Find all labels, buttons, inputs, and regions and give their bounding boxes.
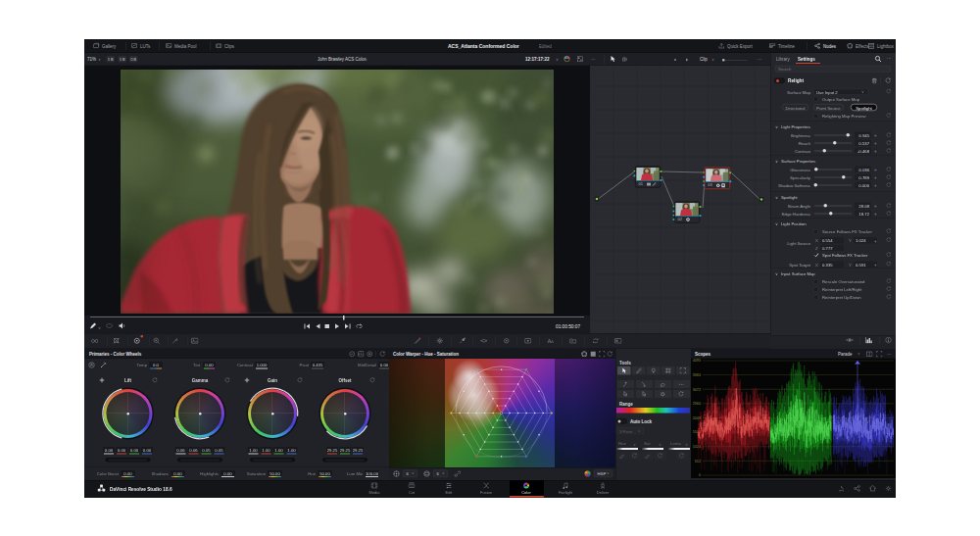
svg-text:1024: 1024	[693, 445, 701, 449]
svg-text:2048: 2048	[693, 416, 701, 420]
svg-text:02: 02	[678, 217, 683, 221]
svg-text:4095: 4095	[693, 359, 701, 363]
svg-text:0: 0	[699, 473, 701, 477]
svg-text:3584: 3584	[693, 373, 701, 377]
svg-text:01: 01	[639, 181, 644, 186]
svg-text:2560: 2560	[693, 402, 701, 406]
svg-text:512: 512	[695, 460, 701, 463]
svg-text:03: 03	[708, 182, 712, 187]
svg-text:3072: 3072	[693, 388, 701, 392]
